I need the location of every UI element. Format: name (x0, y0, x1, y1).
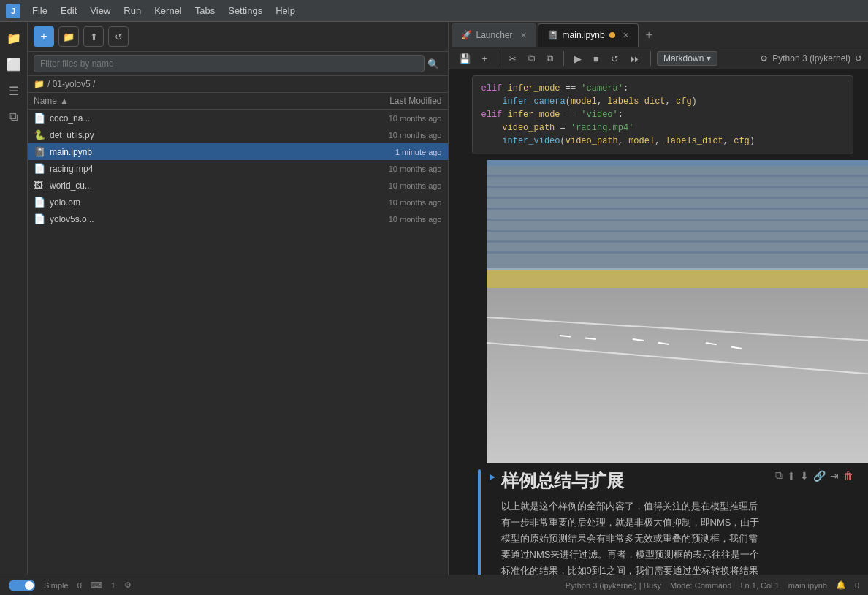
menu-help[interactable]: Help (270, 4, 301, 18)
file-list: 📄 coco_na... 10 months ago 🐍 det_utils.p… (28, 110, 448, 575)
running-icon[interactable]: ⬜ (4, 54, 24, 75)
stop-button[interactable]: ■ (589, 52, 604, 66)
tab-notebook[interactable]: 📓 main.ipynb ✕ (538, 23, 639, 47)
simple-toggle[interactable] (9, 580, 35, 591)
new-folder-button[interactable]: 📁 (58, 26, 79, 47)
link-icon[interactable]: 🔗 (813, 470, 826, 482)
toolbar-separator (498, 51, 498, 66)
right-panel: 🚀 Launcher ✕ 📓 main.ipynb ✕ + 💾 + ✂ ⧉ ⧉ … (449, 22, 869, 575)
svg-rect-11 (487, 251, 869, 254)
menu-run[interactable]: Run (118, 4, 147, 18)
file-date: 10 months ago (347, 215, 442, 224)
code-cell: elif infer_mode == 'camera': infer_camer… (463, 75, 854, 154)
code-block[interactable]: elif infer_mode == 'camera': infer_camer… (472, 75, 854, 154)
new-file-button[interactable]: + (34, 26, 54, 47)
tab-launcher[interactable]: 🚀 Launcher ✕ (452, 23, 536, 47)
terminal-icon[interactable]: ⌨ (91, 580, 102, 590)
tab-close-launcher[interactable]: ✕ (520, 31, 527, 40)
menu-view[interactable]: View (84, 4, 116, 18)
kernel-label: Python 3 (ipykernel) (772, 53, 850, 64)
save-button[interactable]: 💾 (454, 52, 475, 66)
upload-button[interactable]: ⬆ (83, 26, 104, 47)
file-name: yolov5s.o... (50, 214, 347, 224)
image-icon: 🖼 (34, 180, 45, 191)
toggle-knob (25, 581, 34, 590)
column-modified: Last Modified (347, 96, 442, 106)
list-item[interactable]: 📄 racing.mp4 10 months ago (28, 160, 448, 177)
extensions-icon[interactable]: ⧉ (4, 107, 24, 127)
notebook-tab-icon: 📓 (547, 30, 558, 40)
breadcrumb-path: / 01-yolov5 / (47, 79, 95, 89)
file-date: 10 months ago (347, 114, 442, 123)
indent-icon[interactable]: ⇥ (830, 470, 839, 482)
settings-status-icon[interactable]: ⚙ (124, 580, 132, 590)
status-count1: 0 (77, 581, 82, 590)
list-item[interactable]: 📄 yolo.om 10 months ago (28, 194, 448, 211)
svg-rect-8 (487, 219, 869, 221)
cut-button[interactable]: ✂ (504, 52, 521, 66)
refresh-button[interactable]: ↺ (108, 26, 129, 47)
list-item[interactable]: 🖼 world_cu... 10 months ago (28, 177, 448, 194)
image-cell: 71 (487, 160, 854, 463)
status-left: Simple 0 ⌨ 1 ⚙ (9, 580, 132, 591)
file-name: det_utils.py (50, 130, 347, 140)
file-date: 10 months ago (347, 164, 442, 173)
sort-icon: ▲ (60, 96, 69, 106)
file-date: 10 months ago (347, 181, 442, 190)
files-icon[interactable]: 📁 (4, 28, 24, 48)
list-item[interactable]: 🐍 det_utils.py 10 months ago (28, 126, 448, 143)
status-count2: 1 (111, 581, 115, 590)
search-box: 🔍 (28, 52, 448, 76)
cell-type-dropdown[interactable]: Markdown ▾ (657, 51, 717, 66)
file-name: coco_na... (50, 113, 347, 124)
list-item[interactable]: 📄 coco_na... 10 months ago (28, 110, 448, 126)
breadcrumb: 📁 / 01-yolov5 / (28, 76, 448, 93)
new-tab-button[interactable]: + (640, 29, 658, 42)
menu-edit[interactable]: Edit (55, 4, 83, 18)
menu-kernel[interactable]: Kernel (148, 4, 188, 18)
run-button[interactable]: ▶ (570, 52, 586, 66)
bell-icon[interactable]: 🔔 (836, 580, 846, 590)
column-name: Name ▲ (34, 96, 347, 106)
list-item[interactable]: 📄 yolov5s.o... 10 months ago (28, 211, 448, 227)
tab-close-notebook[interactable]: ✕ (623, 31, 629, 40)
settings-icon[interactable]: ⚙ (760, 53, 768, 64)
tab-label: Launcher (476, 30, 513, 40)
search-input[interactable] (34, 55, 425, 72)
copy-button[interactable]: ⧉ (524, 51, 539, 66)
kernel-restart-icon[interactable]: ↺ (855, 53, 862, 64)
toc-icon[interactable]: ☰ (4, 80, 24, 101)
simple-label: Simple (44, 581, 69, 590)
cell-indicator (463, 75, 466, 154)
file-list-header[interactable]: Name ▲ Last Modified (28, 93, 448, 110)
copy-cell-icon[interactable]: ⧉ (775, 469, 783, 482)
menu-tabs[interactable]: Tabs (189, 4, 221, 18)
kernel-status: Python 3 (ipykernel) | Busy (566, 581, 661, 590)
app-logo: J (6, 4, 20, 18)
status-bar: Simple 0 ⌨ 1 ⚙ Python 3 (ipykernel) | Bu… (0, 575, 868, 595)
restart-run-button[interactable]: ⏭ (626, 52, 644, 66)
delete-cell-icon[interactable]: 🗑 (843, 470, 853, 482)
svg-rect-6 (487, 197, 869, 199)
svg-rect-10 (487, 240, 869, 243)
svg-rect-2 (487, 160, 869, 166)
search-button[interactable]: 🔍 (425, 58, 442, 69)
sidebar: + 📁 ⬆ ↺ 🔍 📁 / 01-yolov5 / Name ▲ Last Mo… (28, 22, 449, 575)
file-date: 1 minute ago (347, 148, 442, 156)
move-down-icon[interactable]: ⬇ (800, 470, 809, 482)
svg-rect-4 (487, 175, 869, 177)
toolbar-separator-3 (650, 51, 651, 66)
command-mode: Mode: Command (670, 581, 731, 590)
menu-settings[interactable]: Settings (222, 4, 268, 18)
markdown-cell: ▸ 样例总结与扩展 以上就是这个样例的全部内容了，值得关注的是在模型推理后有一步… (463, 469, 854, 575)
list-item-active[interactable]: 📓 main.ipynb 1 minute ago (28, 143, 448, 160)
restart-button[interactable]: ↺ (606, 52, 623, 66)
file-icon: 🐍 (34, 129, 45, 140)
paste-button[interactable]: ⧉ (542, 51, 557, 66)
bell-count: 0 (855, 581, 859, 590)
menu-file[interactable]: File (26, 4, 53, 18)
add-cell-button[interactable]: + (478, 52, 492, 66)
tab-label: main.ipynb (563, 30, 605, 40)
move-up-icon[interactable]: ⬆ (787, 470, 796, 482)
toolbar-separator-2 (563, 51, 564, 66)
